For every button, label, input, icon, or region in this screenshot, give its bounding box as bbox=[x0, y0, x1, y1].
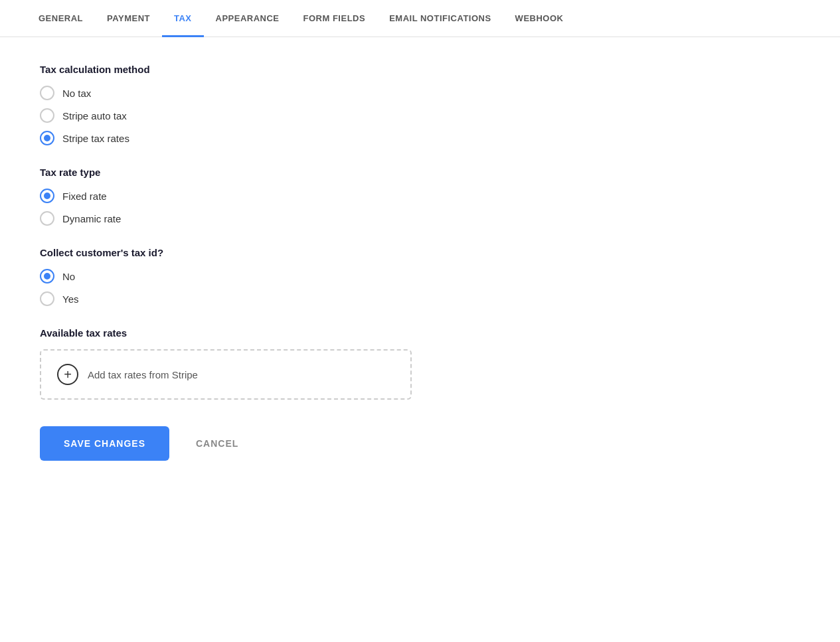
radio-no-label: No bbox=[62, 271, 75, 282]
radio-option-fixed-rate[interactable]: Fixed rate bbox=[40, 189, 800, 203]
add-tax-rates-label: Add tax rates from Stripe bbox=[88, 369, 198, 380]
tax-rate-type-section: Tax rate type Fixed rate Dynamic rate bbox=[40, 167, 800, 226]
radio-stripe-tax-rates[interactable] bbox=[40, 131, 54, 145]
radio-option-no[interactable]: No bbox=[40, 269, 800, 283]
radio-yes-label: Yes bbox=[62, 293, 78, 305]
radio-stripe-auto-tax[interactable] bbox=[40, 108, 54, 123]
radio-option-yes[interactable]: Yes bbox=[40, 291, 800, 306]
radio-option-stripe-tax-rates[interactable]: Stripe tax rates bbox=[40, 131, 800, 145]
collect-tax-id-title: Collect customer's tax id? bbox=[40, 247, 800, 258]
tax-rate-type-title: Tax rate type bbox=[40, 167, 800, 178]
radio-stripe-tax-rates-label: Stripe tax rates bbox=[62, 133, 129, 144]
radio-yes[interactable] bbox=[40, 291, 54, 306]
tax-rates-box[interactable]: + Add tax rates from Stripe bbox=[40, 349, 412, 400]
available-tax-rates-section: Available tax rates + Add tax rates from… bbox=[40, 327, 800, 400]
tab-form-fields[interactable]: FORM FIELDS bbox=[292, 0, 378, 37]
tax-rate-type-radio-group: Fixed rate Dynamic rate bbox=[40, 189, 800, 226]
collect-tax-id-section: Collect customer's tax id? No Yes bbox=[40, 247, 800, 306]
main-content: Tax calculation method No tax Stripe aut… bbox=[0, 37, 840, 487]
radio-option-no-tax[interactable]: No tax bbox=[40, 86, 800, 100]
tab-navigation: GENERAL PAYMENT TAX APPEARANCE FORM FIEL… bbox=[0, 0, 840, 37]
tab-payment[interactable]: PAYMENT bbox=[95, 0, 162, 37]
radio-fixed-rate-label: Fixed rate bbox=[62, 191, 107, 202]
tax-calculation-section: Tax calculation method No tax Stripe aut… bbox=[40, 64, 800, 145]
tax-calculation-title: Tax calculation method bbox=[40, 64, 800, 75]
radio-dynamic-rate[interactable] bbox=[40, 211, 54, 226]
cancel-button[interactable]: CANCEL bbox=[183, 426, 252, 461]
action-buttons: SAVE CHANGES CANCEL bbox=[40, 426, 800, 461]
tab-webhook[interactable]: WEBHOOK bbox=[503, 0, 576, 37]
radio-fixed-rate[interactable] bbox=[40, 189, 54, 203]
save-changes-button[interactable]: SAVE CHANGES bbox=[40, 426, 169, 461]
radio-option-dynamic-rate[interactable]: Dynamic rate bbox=[40, 211, 800, 226]
add-icon: + bbox=[57, 364, 78, 385]
tab-general[interactable]: GENERAL bbox=[27, 0, 95, 37]
radio-no[interactable] bbox=[40, 269, 54, 283]
radio-no-tax-label: No tax bbox=[62, 88, 91, 99]
tax-calculation-radio-group: No tax Stripe auto tax Stripe tax rates bbox=[40, 86, 800, 145]
radio-stripe-auto-tax-label: Stripe auto tax bbox=[62, 110, 127, 121]
radio-dynamic-rate-label: Dynamic rate bbox=[62, 213, 121, 224]
available-tax-rates-title: Available tax rates bbox=[40, 327, 800, 339]
tab-email-notifications[interactable]: EMAIL NOTIFICATIONS bbox=[377, 0, 503, 37]
collect-tax-id-radio-group: No Yes bbox=[40, 269, 800, 306]
add-tax-rates-button[interactable]: + Add tax rates from Stripe bbox=[57, 364, 394, 385]
radio-no-tax[interactable] bbox=[40, 86, 54, 100]
tab-tax[interactable]: TAX bbox=[162, 0, 204, 37]
radio-option-stripe-auto-tax[interactable]: Stripe auto tax bbox=[40, 108, 800, 123]
tab-appearance[interactable]: APPEARANCE bbox=[204, 0, 292, 37]
